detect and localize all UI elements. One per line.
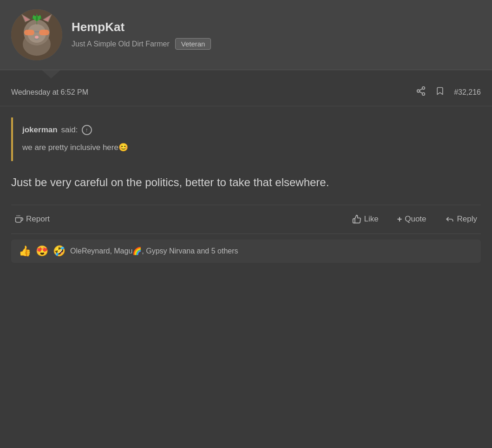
svg-rect-10	[34, 31, 39, 32]
action-bar: Report Like + Quote	[11, 205, 481, 234]
veteran-badge: Veteran	[175, 38, 211, 50]
reply-button[interactable]: Reply	[441, 213, 481, 226]
username[interactable]: HempKat	[72, 20, 211, 34]
svg-line-16	[420, 91, 422, 93]
bookmark-icon[interactable]	[435, 86, 445, 98]
quote-label: Quote	[405, 214, 426, 224]
svg-point-11	[35, 36, 39, 39]
post-container: HempKat Just A Simple Old Dirt Farmer Ve…	[0, 0, 492, 274]
reaction-thumbsup: 👍	[19, 245, 31, 257]
report-button[interactable]: Report	[11, 213, 53, 226]
report-icon	[15, 215, 23, 223]
like-label: Like	[364, 214, 379, 224]
post-timestamp: Wednesday at 6:52 PM	[11, 88, 88, 97]
like-icon	[352, 214, 361, 224]
quote-text: we are pretty inclusive here😊	[22, 142, 472, 154]
reactions-text[interactable]: OleReynard, Magu🌈, Gypsy Nirvana and 5 o…	[70, 247, 238, 255]
reactions-row: 👍 😍 🤣 OleReynard, Magu🌈, Gypsy Nirvana a…	[11, 240, 481, 263]
reaction-heart-eyes: 😍	[36, 245, 48, 257]
like-button[interactable]: Like	[348, 213, 382, 226]
reply-icon	[445, 214, 454, 224]
share-icon[interactable]	[416, 86, 426, 98]
quote-author-name[interactable]: jokerman	[22, 125, 58, 135]
quote-plus-icon: +	[397, 214, 402, 224]
avatar-image	[11, 9, 62, 60]
quote-block: jokerman said: ↑ we are pretty inclusive…	[11, 117, 481, 161]
separator	[11, 234, 481, 234]
action-right: Like + Quote Reply	[348, 213, 481, 226]
action-left: Report	[11, 213, 53, 226]
quote-said-text: said:	[61, 125, 78, 135]
quote-up-icon[interactable]: ↑	[82, 125, 92, 135]
header-pointer	[42, 70, 60, 78]
quote-button[interactable]: + Quote	[394, 213, 430, 226]
post-meta-right: #32,216	[416, 86, 481, 98]
post-text: Just be very careful on the politics, be…	[11, 174, 481, 191]
avatar	[11, 9, 62, 60]
svg-line-17	[420, 89, 422, 91]
svg-rect-9	[39, 30, 49, 35]
user-info: HempKat Just A Simple Old Dirt Farmer Ve…	[72, 20, 211, 50]
post-number: #32,216	[454, 88, 481, 97]
svg-rect-8	[24, 30, 34, 35]
post-meta: Wednesday at 6:52 PM #32,216	[0, 78, 492, 106]
quote-author-line: jokerman said: ↑	[22, 125, 472, 135]
user-subtitle-row: Just A Simple Old Dirt Farmer Veteran	[72, 38, 211, 50]
reaction-rofl: 🤣	[53, 245, 66, 257]
reply-label: Reply	[457, 214, 477, 224]
report-label: Report	[26, 214, 50, 224]
post-body: jokerman said: ↑ we are pretty inclusive…	[0, 106, 492, 274]
post-header: HempKat Just A Simple Old Dirt Farmer Ve…	[0, 0, 492, 70]
user-subtitle: Just A Simple Old Dirt Farmer	[72, 40, 170, 48]
